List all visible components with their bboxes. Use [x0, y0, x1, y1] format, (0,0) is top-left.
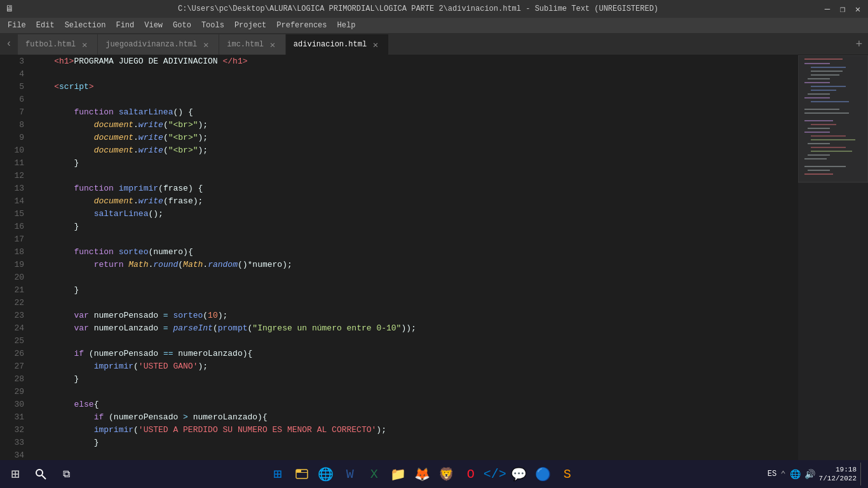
- tab-label: adivinacion.html: [294, 40, 367, 49]
- taskbar-windows-icon[interactable]: ⊞: [266, 463, 289, 485]
- code-line-16: }: [34, 220, 798, 233]
- svg-point-30: [36, 470, 43, 476]
- taskbar-brave-icon[interactable]: 🦁: [435, 463, 458, 485]
- taskbar-word-icon[interactable]: W: [339, 463, 362, 485]
- line-num-14: 14: [0, 195, 24, 208]
- code-line-25: [34, 335, 798, 348]
- line-num-7: 7: [0, 106, 24, 119]
- menu-edit[interactable]: Edit: [31, 20, 60, 31]
- editor-area: 3 4 5 6 7 8 9 10 11 12 13 14 15 16 17 18…: [0, 55, 868, 470]
- time-display: 19:18: [819, 465, 857, 474]
- taskbar-firefox-icon[interactable]: 🦊: [411, 463, 434, 485]
- line-num-6: 6: [0, 93, 24, 106]
- menu-help[interactable]: Help: [332, 20, 361, 31]
- taskbar-whatsapp-icon[interactable]: 💬: [508, 463, 531, 485]
- tab-nav-left[interactable]: ‹: [0, 32, 18, 55]
- line-num-13: 13: [0, 182, 24, 195]
- clock[interactable]: 19:18 7/12/2022: [819, 465, 857, 484]
- line-num-18: 18: [0, 246, 24, 259]
- code-line-5: <script>: [34, 81, 798, 93]
- line-num-5: 5: [0, 81, 24, 93]
- code-line-17: [34, 233, 798, 246]
- taskbar-center: ⊞ 🌐 W X 📁 🦊 🦁 O </> 💬 🔵 S: [78, 463, 768, 485]
- tab-close-imc[interactable]: ✕: [268, 39, 278, 50]
- code-line-15: saltarLinea();: [34, 208, 798, 220]
- line-num-19: 19: [0, 259, 24, 271]
- tab-juegoadivinanza[interactable]: juegoadivinanza.html ✕: [98, 34, 219, 55]
- search-button[interactable]: [29, 463, 52, 485]
- line-num-22: 22: [0, 297, 24, 309]
- code-line-14: document.write(frase);: [34, 195, 798, 208]
- svg-line-31: [42, 475, 46, 479]
- show-hidden-icon[interactable]: ⌃: [780, 469, 785, 480]
- line-num-25: 25: [0, 335, 24, 348]
- code-line-21: }: [34, 284, 798, 297]
- menu-project[interactable]: Project: [229, 20, 271, 31]
- tab-close-futbol[interactable]: ✕: [79, 39, 90, 50]
- menu-file[interactable]: File: [3, 20, 31, 31]
- line-num-9: 9: [0, 132, 24, 144]
- menu-preferences[interactable]: Preferences: [271, 20, 332, 31]
- task-view-button[interactable]: ⧉: [55, 463, 78, 485]
- code-line-23: var numeroPensado = sorteo(10);: [34, 309, 798, 322]
- taskbar-sublime-icon[interactable]: S: [556, 463, 579, 485]
- tab-add-button[interactable]: +: [850, 34, 868, 55]
- tab-label: imc.html: [227, 40, 264, 49]
- tab-adivinacion[interactable]: adivinacion.html ✕: [286, 34, 389, 55]
- maximize-button[interactable]: ❐: [837, 4, 848, 14]
- code-line-19: return Math.round(Math.random()*numero);: [34, 259, 798, 271]
- menu-goto[interactable]: Goto: [168, 20, 196, 31]
- code-line-6: [34, 93, 798, 106]
- taskbar: ⊞ ⧉ ⊞ 🌐 W X 📁 🦊 🦁 O </> 💬 🔵: [0, 460, 868, 488]
- code-line-4: [34, 68, 798, 81]
- taskbar-vscode-icon[interactable]: </>: [484, 463, 506, 485]
- menu-view[interactable]: View: [139, 20, 168, 31]
- line-num-29: 29: [0, 386, 24, 398]
- menu-selection[interactable]: Selection: [60, 20, 111, 31]
- taskbar-chrome-icon[interactable]: 🔵: [532, 463, 555, 485]
- language-indicator[interactable]: ES: [768, 470, 776, 478]
- line-num-20: 20: [0, 271, 24, 284]
- tab-close-juegoadivinanza[interactable]: ✕: [201, 39, 211, 50]
- start-button[interactable]: ⊞: [4, 463, 27, 485]
- tab-imc[interactable]: imc.html ✕: [219, 34, 286, 55]
- taskbar-opera-icon[interactable]: O: [459, 463, 482, 485]
- code-line-11: }: [34, 157, 798, 170]
- show-desktop-button[interactable]: [860, 463, 864, 485]
- code-area[interactable]: <h1>PROGRAMA JUEGO DE ADIVINACION </h1> …: [29, 55, 798, 470]
- minimize-button[interactable]: —: [822, 4, 832, 14]
- code-line-30: else{: [34, 398, 798, 411]
- title-bar-controls: — ❐ ✕: [822, 4, 863, 14]
- code-line-12: [34, 170, 798, 182]
- code-line-28: }: [34, 373, 798, 386]
- taskbar-right: ES ⌃ 🌐 🔊 19:18 7/12/2022: [768, 463, 864, 485]
- menu-tools[interactable]: Tools: [196, 20, 229, 31]
- line-num-3: 3: [0, 55, 24, 68]
- network-icon[interactable]: 🌐: [790, 469, 801, 480]
- taskbar-edge-icon[interactable]: 🌐: [315, 463, 337, 485]
- code-line-9: document.write("<br>");: [34, 132, 798, 144]
- tab-label: futbol.html: [25, 40, 76, 49]
- taskbar-excel-icon[interactable]: X: [363, 463, 386, 485]
- code-line-31: if (numeroPensado > numeroLanzado){: [34, 411, 798, 424]
- code-line-10: document.write("<br>");: [34, 144, 798, 157]
- line-num-28: 28: [0, 373, 24, 386]
- line-num-32: 32: [0, 424, 24, 437]
- line-num-4: 4: [0, 68, 24, 81]
- menu-bar: File Edit Selection Find View Goto Tools…: [0, 18, 868, 33]
- code-line-8: document.write("<br>");: [34, 119, 798, 132]
- code-line-13: function imprimir(frase) {: [34, 182, 798, 195]
- tab-futbol[interactable]: futbol.html ✕: [18, 34, 98, 55]
- taskbar-explorer-icon[interactable]: [290, 463, 313, 485]
- title-bar-icon: 🖥: [5, 4, 14, 14]
- line-num-11: 11: [0, 157, 24, 170]
- tab-close-adivinacion[interactable]: ✕: [370, 39, 381, 50]
- volume-icon[interactable]: 🔊: [804, 469, 815, 480]
- taskbar-files-icon[interactable]: 📁: [387, 463, 410, 485]
- code-line-24: var numeroLanzado = parseInt(prompt("Ing…: [34, 322, 798, 335]
- code-line-22: [34, 297, 798, 309]
- close-button[interactable]: ✕: [853, 4, 863, 14]
- code-line-18: function sorteo(numero){: [34, 246, 798, 259]
- line-num-16: 16: [0, 220, 24, 233]
- menu-find[interactable]: Find: [111, 20, 139, 31]
